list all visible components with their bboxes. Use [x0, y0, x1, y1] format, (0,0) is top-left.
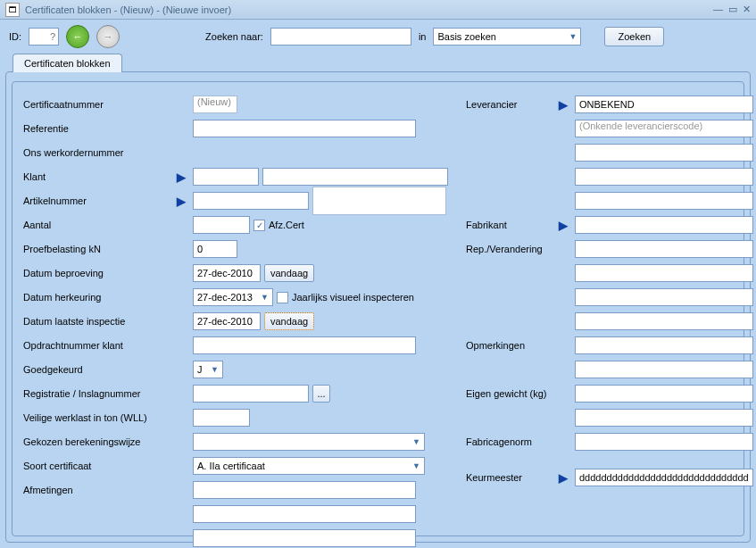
keurmeester-field[interactable] — [575, 469, 753, 486]
referentie-field[interactable] — [193, 120, 416, 137]
opmerkingen-field[interactable] — [575, 336, 753, 354]
rep-field-4[interactable] — [575, 312, 753, 330]
label-klant: Klant — [23, 171, 173, 182]
berekeningswijze-combo[interactable]: ▼ — [193, 433, 425, 451]
chevron-down-icon: ▼ — [412, 461, 420, 470]
label-eigen-gewicht: Eigen gewicht (kg) — [466, 388, 555, 399]
afmetingen-field-1[interactable] — [193, 481, 416, 499]
search-scope-value: Basis zoeken — [437, 31, 495, 42]
chevron-down-icon: ▼ — [412, 437, 420, 446]
label-proefbelasting: Proefbelasting kN — [23, 244, 173, 254]
label-rep: Rep./Verandering — [466, 244, 555, 254]
keurmeester-lookup-icon[interactable] — [559, 471, 571, 485]
rep-field[interactable] — [575, 240, 753, 258]
label-fabricagenorm: Fabricagenorm — [466, 436, 555, 447]
leverancier-extra-3[interactable] — [575, 192, 753, 210]
tab-area: Certificaten blokken Certificaatnummer (… — [5, 54, 751, 543]
label-soort: Soort certificaat — [23, 461, 173, 471]
artikel-lookup-icon[interactable] — [177, 195, 189, 208]
id-field[interactable] — [29, 28, 59, 46]
toolbar: ID: ← → Zoeken naar: in Basis zoeken ▼ Z… — [0, 20, 756, 54]
id-label: ID: — [9, 31, 21, 42]
label-keurmeester: Keurmeester — [466, 472, 555, 483]
jaarlijks-checkbox[interactable] — [277, 292, 288, 303]
registratie-lookup-button[interactable]: ... — [312, 385, 330, 403]
search-input[interactable] — [270, 28, 411, 46]
opdrachtnummer-field[interactable] — [193, 336, 416, 354]
right-column: Leverancier (Onkende leverancierscode) — [466, 95, 753, 523]
afz-cert-checkbox[interactable]: ✓ — [253, 220, 265, 231]
opmerkingen-field-2[interactable] — [575, 361, 753, 378]
chevron-down-icon: ▼ — [261, 293, 269, 302]
leverancier-lookup-icon[interactable] — [559, 98, 571, 112]
klant-code-field[interactable] — [193, 168, 259, 186]
leverancier-code-field[interactable]: (Onkende leverancierscode) — [575, 120, 753, 137]
afz-cert-label: Afz.Cert — [269, 220, 304, 230]
arrow-left-icon: ← — [73, 31, 83, 42]
chevron-down-icon: ▼ — [211, 365, 219, 374]
label-werkordernummer: Ons werkordernummer — [23, 147, 173, 158]
afmetingen-field-3[interactable] — [193, 529, 416, 547]
nav-forward-button[interactable]: → — [96, 25, 120, 48]
rep-field-2[interactable] — [575, 264, 753, 282]
search-scope-combo[interactable]: Basis zoeken ▼ — [433, 28, 581, 46]
datum-herkeuring-combo[interactable]: 27-dec-2013 ▼ — [193, 288, 273, 306]
eigen-gewicht-field-2[interactable] — [575, 409, 753, 427]
label-berekeningswijze: Gekozen berekeningswijze — [23, 436, 173, 447]
chevron-down-icon: ▼ — [569, 32, 577, 41]
eigen-gewicht-field[interactable] — [575, 385, 753, 403]
tab-certificaten-blokken[interactable]: Certificaten blokken — [12, 54, 122, 72]
goedgekeurd-combo[interactable]: J ▼ — [193, 361, 223, 378]
registratie-field[interactable] — [193, 385, 309, 403]
vandaag-button-1[interactable]: vandaag — [264, 264, 314, 282]
soort-combo[interactable]: A. IIa certificaat ▼ — [193, 457, 425, 475]
maximize-icon[interactable]: ▭ — [728, 4, 737, 15]
leverancier-extra-1[interactable] — [575, 144, 753, 162]
label-goedgekeurd: Goedgekeurd — [23, 364, 173, 375]
in-label: in — [419, 31, 427, 42]
nav-back-button[interactable]: ← — [66, 25, 89, 48]
artikel-desc-field — [312, 187, 446, 215]
close-icon[interactable]: ✕ — [743, 4, 751, 15]
rep-field-3[interactable] — [575, 288, 753, 306]
wll-field[interactable] — [193, 409, 250, 427]
proefbelasting-field[interactable] — [193, 240, 237, 258]
aantal-field[interactable] — [193, 216, 250, 234]
label-registratie: Registratie / Inslagnummer — [23, 388, 173, 399]
artikelnummer-field[interactable] — [193, 192, 309, 210]
panel: Certificaatnummer (Nieuw) Referentie Ons… — [5, 71, 751, 543]
label-opdrachtnummer: Opdrachtnummer klant — [23, 340, 173, 351]
fabrikant-field[interactable] — [575, 216, 753, 234]
vandaag-button-2[interactable]: vandaag — [264, 312, 314, 330]
tab-strip: Certificaten blokken — [5, 54, 751, 72]
left-column: Certificaatnummer (Nieuw) Referentie Ons… — [23, 95, 448, 523]
label-opmerkingen: Opmerkingen — [466, 340, 555, 351]
label-fabrikant: Fabrikant — [466, 220, 555, 230]
label-referentie: Referentie — [23, 123, 173, 134]
afmetingen-field-2[interactable] — [193, 505, 416, 523]
label-datum-inspectie: Datum laatste inspectie — [23, 316, 173, 327]
leverancier-field[interactable] — [575, 95, 753, 113]
fabrikant-lookup-icon[interactable] — [559, 219, 571, 232]
label-wll: Veilige werklast in ton (WLL) — [23, 412, 173, 423]
datum-beproeving-field[interactable] — [193, 264, 261, 282]
arrow-right-icon: → — [104, 31, 113, 42]
klant-lookup-icon[interactable] — [177, 170, 189, 184]
datum-inspectie-field[interactable] — [193, 312, 261, 330]
label-artikelnummer: Artikelnummer — [23, 195, 173, 206]
fabricagenorm-field[interactable] — [575, 433, 753, 451]
panel-inner: Certificaatnummer (Nieuw) Referentie Ons… — [12, 81, 744, 536]
leverancier-extra-2[interactable] — [575, 168, 753, 186]
label-leverancier: Leverancier — [466, 99, 555, 110]
label-certificaatnummer: Certificaatnummer — [23, 99, 173, 110]
search-button[interactable]: Zoeken — [604, 27, 664, 46]
certificaatnummer-field: (Nieuw) — [193, 95, 237, 113]
minimize-icon[interactable]: — — [713, 4, 723, 15]
klant-naam-field[interactable] — [262, 168, 448, 186]
jaarlijks-label: Jaarlijks visueel inspecteren — [292, 292, 414, 303]
search-label: Zoeken naar: — [205, 31, 263, 42]
label-aantal: Aantal — [23, 220, 173, 230]
label-datum-herkeuring: Datum herkeuring — [23, 292, 173, 303]
app-icon: 🗔 — [5, 3, 20, 17]
window-controls: — ▭ ✕ — [713, 4, 751, 15]
